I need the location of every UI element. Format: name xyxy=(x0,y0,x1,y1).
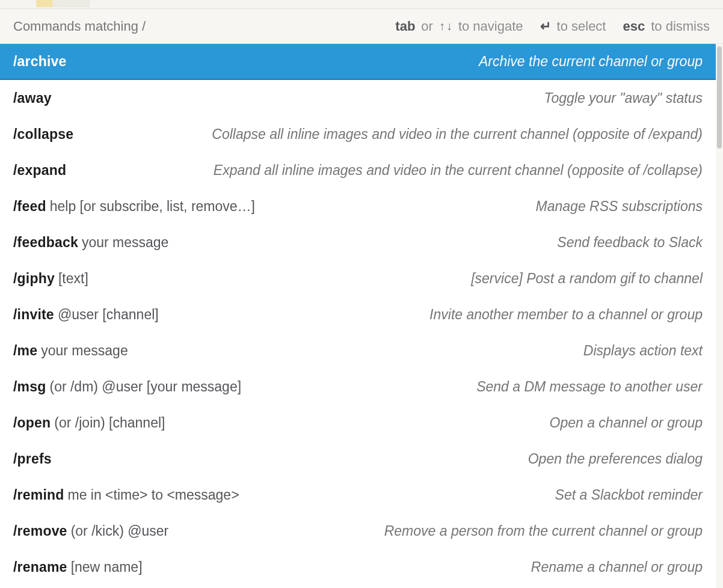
hint-dismiss-text: to dismiss xyxy=(651,19,710,34)
command-left: /rename[new name] xyxy=(13,559,143,575)
command-row[interactable]: /awayToggle your "away" status xyxy=(0,80,716,116)
scrollbar-track[interactable] xyxy=(716,44,723,588)
command-name: /msg xyxy=(13,379,46,395)
command-left: /expand xyxy=(13,162,66,179)
command-name: /remind xyxy=(13,487,64,503)
command-name: /remove xyxy=(13,523,67,539)
command-row[interactable]: /msg(or /dm) @user [your message]Send a … xyxy=(0,369,716,405)
command-left: /archive xyxy=(13,54,67,70)
command-args: your message xyxy=(82,234,168,251)
command-description: Collapse all inline images and video in … xyxy=(212,126,703,142)
key-esc: esc xyxy=(623,19,645,34)
command-args: help [or subscribe, list, remove…] xyxy=(50,198,255,215)
command-name: /away xyxy=(13,90,52,106)
command-args: [text] xyxy=(58,271,88,287)
autocomplete-body: /archiveArchive the current channel or g… xyxy=(0,44,723,588)
scrollbar-thumb[interactable] xyxy=(717,46,722,149)
command-args: @user [channel] xyxy=(58,307,159,323)
command-description: Rename a channel or group xyxy=(531,559,703,575)
command-description: Toggle your "away" status xyxy=(544,90,703,106)
command-name: /rename xyxy=(13,559,67,575)
command-description: Remove a person from the current channel… xyxy=(384,523,703,539)
command-left: /giphy[text] xyxy=(13,271,88,287)
command-row[interactable]: /remove(or /kick) @userRemove a person f… xyxy=(0,513,716,549)
command-row[interactable]: /remindme in <time> to <message>Set a Sl… xyxy=(0,477,716,513)
command-args: me in <time> to <message> xyxy=(67,487,239,503)
command-args: your message xyxy=(41,343,128,359)
command-left: /remove(or /kick) @user xyxy=(13,523,168,539)
command-name: /feedback xyxy=(13,234,78,251)
command-row[interactable]: /feedbackyour messageSend feedback to Sl… xyxy=(0,224,716,260)
keyboard-hints: tab or ↑↓ to navigate ↵ to select esc to… xyxy=(395,19,710,34)
command-description: Send a DM message to another user xyxy=(476,379,703,395)
command-list[interactable]: /archiveArchive the current channel or g… xyxy=(0,44,716,588)
command-row[interactable]: /expandExpand all inline images and vide… xyxy=(0,152,716,188)
command-name: /feed xyxy=(13,198,46,215)
command-left: /open(or /join) [channel] xyxy=(13,415,165,431)
command-left: /invite@user [channel] xyxy=(13,307,159,323)
key-tab: tab xyxy=(395,19,415,34)
command-left: /msg(or /dm) @user [your message] xyxy=(13,379,241,395)
command-left: /collapse xyxy=(13,126,73,142)
command-name: /me xyxy=(13,343,37,359)
command-description: Set a Slackbot reminder xyxy=(555,487,703,503)
command-name: /open xyxy=(13,415,51,431)
command-row[interactable]: /open(or /join) [channel]Open a channel … xyxy=(0,405,716,441)
autocomplete-header: Commands matching / tab or ↑↓ to navigat… xyxy=(0,9,723,44)
command-row[interactable]: /archiveArchive the current channel or g… xyxy=(0,44,716,80)
command-name: /giphy xyxy=(13,271,55,287)
command-name: /prefs xyxy=(13,451,52,467)
command-row[interactable]: /meyour messageDisplays action text xyxy=(0,332,716,369)
command-row[interactable]: /invite@user [channel]Invite another mem… xyxy=(0,296,716,332)
command-description: Archive the current channel or group xyxy=(479,54,703,70)
command-row[interactable]: /prefsOpen the preferences dialog xyxy=(0,441,716,477)
command-name: /expand xyxy=(13,162,66,179)
command-description: Displays action text xyxy=(583,343,703,359)
autocomplete-title: Commands matching / xyxy=(13,19,146,34)
enter-icon: ↵ xyxy=(540,19,551,34)
title-query: / xyxy=(142,19,146,34)
command-description: Open a channel or group xyxy=(550,415,703,431)
hint-navigate-text: to navigate xyxy=(458,19,523,34)
command-args: [new name] xyxy=(71,559,143,575)
command-name: /collapse xyxy=(13,126,73,142)
command-left: /remindme in <time> to <message> xyxy=(13,487,239,503)
command-left: /feedbackyour message xyxy=(13,234,168,251)
command-args: (or /dm) @user [your message] xyxy=(49,379,241,395)
background-tab-hint xyxy=(36,0,90,7)
command-description: Manage RSS subscriptions xyxy=(536,198,703,215)
command-left: /meyour message xyxy=(13,343,128,359)
command-left: /prefs xyxy=(13,451,52,467)
command-args: (or /join) [channel] xyxy=(54,415,165,431)
command-row[interactable]: /rename[new name]Rename a channel or gro… xyxy=(0,549,716,585)
hint-navigate: tab or ↑↓ to navigate xyxy=(395,19,523,34)
hint-dismiss: esc to dismiss xyxy=(623,19,710,34)
hint-or: or xyxy=(421,19,433,34)
command-description: Invite another member to a channel or gr… xyxy=(429,307,703,323)
command-row[interactable]: /giphy[text][service] Post a random gif … xyxy=(0,260,716,296)
hint-select: ↵ to select xyxy=(540,19,606,34)
title-prefix: Commands matching xyxy=(13,19,138,34)
command-description: [service] Post a random gif to channel xyxy=(471,271,703,287)
command-name: /archive xyxy=(13,54,67,70)
arrow-up-down-icon: ↑↓ xyxy=(439,19,452,33)
command-name: /invite xyxy=(13,307,54,323)
command-row[interactable]: /feedhelp [or subscribe, list, remove…]M… xyxy=(0,188,716,224)
command-left: /away xyxy=(13,90,52,106)
command-description: Send feedback to Slack xyxy=(557,234,703,251)
command-row[interactable]: /collapseCollapse all inline images and … xyxy=(0,116,716,152)
command-description: Expand all inline images and video in th… xyxy=(214,162,703,179)
hint-select-text: to select xyxy=(557,19,606,34)
window-tabstrip xyxy=(0,0,723,9)
command-description: Open the preferences dialog xyxy=(528,451,703,467)
command-args: (or /kick) @user xyxy=(71,523,169,539)
command-left: /feedhelp [or subscribe, list, remove…] xyxy=(13,198,255,215)
